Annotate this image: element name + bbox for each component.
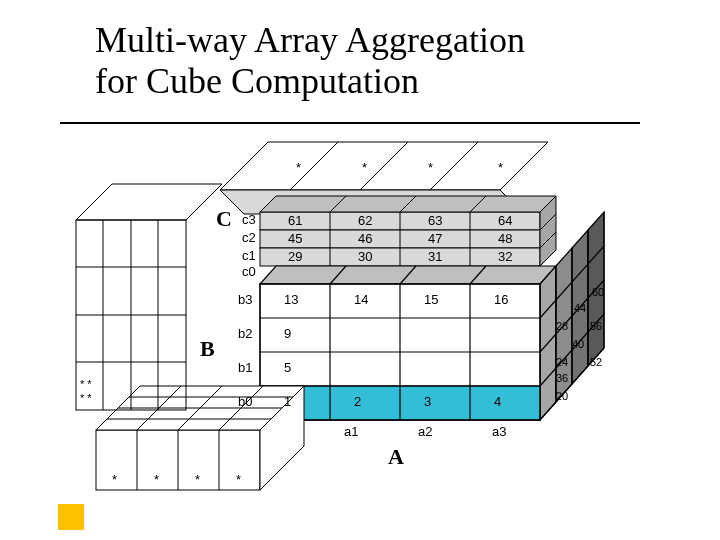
- cell-b3-a0: 13: [284, 292, 298, 307]
- star-left-1: * *: [80, 392, 92, 404]
- tick-a1: a1: [344, 424, 358, 439]
- cell-b0-a3: 4: [494, 394, 501, 409]
- star-bl-1: *: [154, 472, 159, 487]
- side-60: 60: [592, 286, 604, 298]
- cell-b0-a1: 2: [354, 394, 361, 409]
- side-20: 20: [556, 390, 568, 402]
- cell-c1-0: 29: [288, 249, 302, 264]
- tick-c1: c1: [242, 248, 256, 263]
- tick-b1: b1: [238, 360, 252, 375]
- star-bl-0: *: [112, 472, 117, 487]
- cell-c2-3: 48: [498, 231, 512, 246]
- axis-B-label: B: [200, 336, 215, 362]
- axis-C-label: C: [216, 206, 232, 232]
- cell-c1-3: 32: [498, 249, 512, 264]
- cell-c1-1: 30: [358, 249, 372, 264]
- cell-c3-3: 64: [498, 213, 512, 228]
- star-bl-3: *: [236, 472, 241, 487]
- cell-c2-2: 47: [428, 231, 442, 246]
- axis-A-label: A: [388, 444, 404, 470]
- side-56: 56: [590, 320, 602, 332]
- diagram-canvas: C B A c3 c2 c1 c0 b3 b2 b1 b0 a0 a1 a2 a…: [0, 0, 720, 540]
- cell-c2-1: 46: [358, 231, 372, 246]
- cell-c3-2: 63: [428, 213, 442, 228]
- cell-c3-1: 62: [358, 213, 372, 228]
- side-44: 44: [574, 302, 586, 314]
- cell-c1-2: 31: [428, 249, 442, 264]
- cell-b3-a3: 16: [494, 292, 508, 307]
- cell-b0-a0: 1: [284, 394, 291, 409]
- cell-c3-0: 61: [288, 213, 302, 228]
- svg-marker-71: [76, 184, 222, 220]
- side-52: 52: [590, 356, 602, 368]
- side-36: 36: [556, 372, 568, 384]
- star-top-1: *: [362, 160, 367, 175]
- cell-b1-a0: 5: [284, 360, 291, 375]
- tick-a3: a3: [492, 424, 506, 439]
- star-top-3: *: [498, 160, 503, 175]
- tick-b0: b0: [238, 394, 252, 409]
- cell-b3-a1: 14: [354, 292, 368, 307]
- tick-b3: b3: [238, 292, 252, 307]
- star-left-0: * *: [80, 378, 92, 390]
- side-40: 40: [572, 338, 584, 350]
- star-bl-2: *: [195, 472, 200, 487]
- cell-b2-a0: 9: [284, 326, 291, 341]
- star-top-2: *: [428, 160, 433, 175]
- tick-b2: b2: [238, 326, 252, 341]
- cube-diagram: [0, 0, 720, 540]
- cell-c2-0: 45: [288, 231, 302, 246]
- cell-b3-a2: 15: [424, 292, 438, 307]
- side-24: 24: [556, 356, 568, 368]
- cell-b0-a2: 3: [424, 394, 431, 409]
- tick-c0: c0: [242, 264, 256, 279]
- star-top-0: *: [296, 160, 301, 175]
- side-28: 28: [556, 320, 568, 332]
- tick-a2: a2: [418, 424, 432, 439]
- tick-c3: c3: [242, 212, 256, 227]
- tick-c2: c2: [242, 230, 256, 245]
